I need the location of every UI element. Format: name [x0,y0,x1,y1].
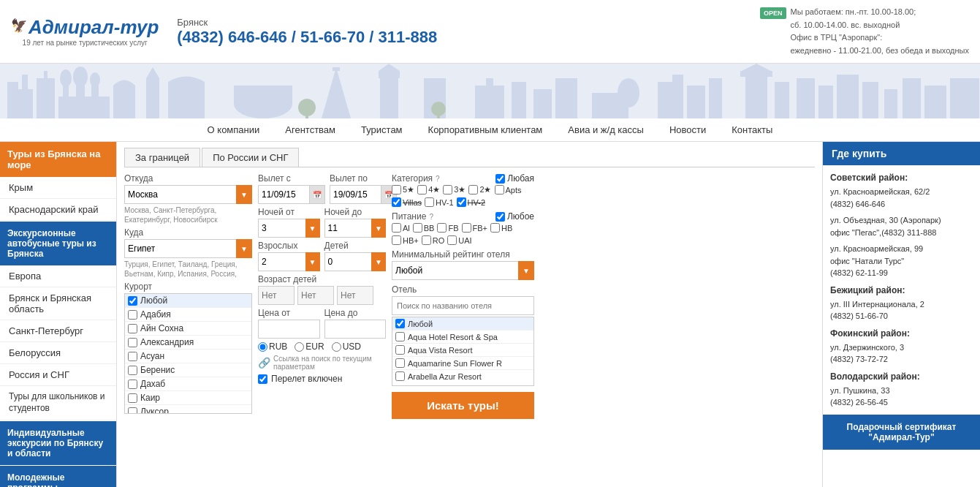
sidebar-item-crimea[interactable]: Крым [0,177,116,199]
svg-rect-37 [745,71,767,118]
cat-hv2[interactable]: HV-2 [457,197,485,207]
nutr-bb[interactable]: BB [413,223,435,233]
resort-item-any[interactable]: Любой [125,294,251,307]
category-any-checkbox[interactable] [495,174,505,184]
nutr-fbplus[interactable]: FB+ [462,223,487,233]
depart-to-input[interactable] [330,185,381,204]
nutr-hbplus[interactable]: HB+ [392,235,419,245]
resort-item-5[interactable]: Беренис [125,363,251,377]
resort-item-7[interactable]: Каир [125,390,251,404]
nutr-fb[interactable]: FB [437,223,458,233]
nav-corporate[interactable]: Корпоративным клиентам [428,124,543,135]
nav-contacts[interactable]: Контакты [732,124,772,135]
hotel-item-1[interactable]: Aqua Hotel Resort & Spa [392,330,533,343]
sidebar-item-students[interactable]: Туры для школьников и студентов [0,386,116,420]
resort-item-2[interactable]: Айн Сохна [125,321,251,335]
address-bezh-1: ул. III Интернационала, 2 [830,298,973,311]
svg-rect-35 [687,86,705,118]
nutr-al[interactable]: Al [392,223,410,233]
sidebar-item-europe[interactable]: Европа [0,265,116,287]
sidebar-individual-section[interactable]: Индивидуальные экскурсии по Брянску и об… [0,421,116,465]
sidebar-item-krasnodar[interactable]: Краснодарский край [0,199,116,221]
child-age-2[interactable] [297,286,334,305]
nav-avia[interactable]: Авиа и ж/д кассы [568,124,644,135]
currency-rub-label[interactable]: RUB [258,341,287,352]
nav-tourists[interactable]: Туристам [361,124,403,135]
resort-item-1[interactable]: Адабия [125,307,251,321]
sidebar-item-bryansk-region[interactable]: Брянск и Брянская область [0,287,116,320]
sidebar-item-russia-sng[interactable]: Россия и СНГ [0,364,116,386]
child-age-1[interactable] [258,286,295,305]
price-to-input[interactable] [324,320,387,339]
children-arrow[interactable]: ▼ [371,252,386,271]
to-select-arrow[interactable]: ▼ [236,239,252,258]
nutr-ro[interactable]: RO [422,235,445,245]
skyline-banner [0,64,980,118]
cat-apts[interactable]: Apts [495,185,522,195]
cat-5star[interactable]: 5★ [392,185,414,195]
tab-russia[interactable]: По России и СНГ [202,148,299,167]
logo-text: Адмирал-тур [29,16,159,39]
resort-item-6[interactable]: Дахаб [125,377,251,390]
currency-rub-radio[interactable] [258,342,267,352]
from-select-arrow[interactable]: ▼ [236,185,252,204]
flight-checkbox[interactable] [258,374,267,384]
tab-abroad[interactable]: За границей [124,148,200,167]
nutrition-any-label: Любое [507,211,534,222]
sidebar-item-spb[interactable]: Санкт-Петербург [0,320,116,342]
to-select[interactable]: Египет [124,239,252,258]
resort-item-3[interactable]: Александрия [125,335,251,349]
logo-bird-icon: 🦅 [11,18,27,34]
search-button[interactable]: Искать туры! [392,392,534,419]
nutr-uai[interactable]: UAI [447,235,471,245]
hotel-item-2[interactable]: Aqua Vista Resort [392,343,533,356]
cat-4star[interactable]: 4★ [417,185,440,195]
nav-news[interactable]: Новости [669,124,706,135]
price-from-input[interactable] [258,320,320,339]
main-nav: О компании Агентствам Туристам Корпорати… [0,118,980,142]
hotel-item-4[interactable]: Arabella Azur Resort [392,369,533,382]
gift-certificate-btn[interactable]: Подарочный сертификат "Адмирал-Тур" [823,415,980,450]
currency-usd-label[interactable]: USD [332,341,361,352]
nights-from-arrow[interactable]: ▼ [305,219,320,238]
address-krasno-3: (4832) 62-11-99 [830,267,973,279]
nav-agencies[interactable]: Агентствам [285,124,335,135]
resort-list[interactable]: Любой Адабия Айн Сохна Александрия Асуан… [124,293,252,414]
sidebar-excursion-section[interactable]: Экскурсионные автобусные туры из Брянска [0,222,116,265]
district-bezh: Бежицкий район: [830,284,973,297]
sidebar-item-belarus[interactable]: Белоруссия [0,342,116,364]
hotel-search-input[interactable] [392,296,534,315]
cat-3star[interactable]: 3★ [443,185,466,195]
resort-item-4[interactable]: Асуан [125,349,251,363]
sidebar-main-title[interactable]: Туры из Брянска на море [0,142,116,177]
rating-select[interactable]: Любой [392,261,534,280]
resort-item-8[interactable]: Луксор [125,404,251,414]
hours-text: Мы работаем: пн.-пт. 10.00-18.00; сб. 10… [791,6,970,57]
nutrition-any-checkbox[interactable] [495,212,505,222]
svg-rect-43 [837,75,859,118]
cat-2star[interactable]: 2★ [468,185,491,195]
currency-eur-label[interactable]: EUR [295,341,324,352]
cat-hv1[interactable]: HV-1 [425,197,453,207]
currency-usd-radio[interactable] [332,342,341,352]
svg-rect-3 [22,75,28,118]
svg-rect-50 [305,107,308,118]
depart-from-input[interactable] [258,185,309,204]
svg-rect-23 [379,71,400,78]
from-select[interactable]: Москва [124,185,252,204]
adults-arrow[interactable]: ▼ [305,252,320,271]
currency-eur-radio[interactable] [295,342,304,352]
from-label: Откуда [124,173,252,184]
hotel-item-3[interactable]: Aquamarine Sun Flower R [392,356,533,369]
nights-to-arrow[interactable]: ▼ [371,219,386,238]
hotel-item-any[interactable]: Любой [392,317,533,330]
svg-rect-45 [884,89,897,118]
child-age-3[interactable] [337,286,373,305]
nav-about[interactable]: О компании [208,124,260,135]
nutr-hb[interactable]: HB [490,223,512,233]
rating-arrow[interactable]: ▼ [518,261,534,280]
cat-villas[interactable]: Villas [392,197,422,207]
hotel-list[interactable]: Любой Aqua Hotel Resort & Spa Aqua Vista… [392,317,534,386]
sidebar-youth-section[interactable]: Молодежные программы [0,466,116,487]
depart-from-calendar-btn[interactable]: 📅 [309,185,325,204]
